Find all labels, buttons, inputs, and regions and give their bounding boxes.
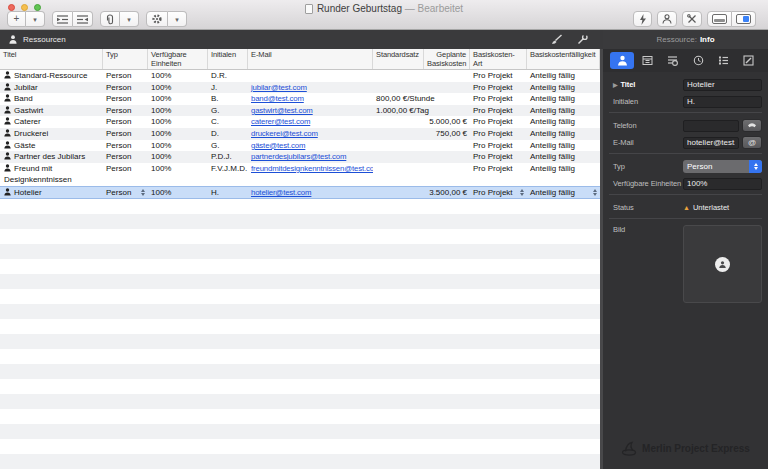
column-header[interactable]: Typ	[103, 49, 148, 69]
style-brush-button[interactable]	[551, 31, 563, 49]
cell-initialen[interactable]: H.	[208, 187, 248, 198]
cell-einheiten[interactable]: 100%	[148, 163, 208, 186]
table-row[interactable]: BandPerson100%B.band@test.com800,00 €/St…	[0, 93, 600, 105]
email-link[interactable]: freundmitdesignkenntnissen@test.com	[251, 164, 373, 173]
cell-email[interactable]: partnerdesjubilars@test.com	[248, 151, 373, 163]
cell-geplante-basiskosten[interactable]: 750,00 €	[424, 128, 470, 140]
cell-basiskostenfaelligkeit[interactable]: Anteilig fällig	[527, 70, 600, 82]
cell-typ[interactable]: Person	[103, 93, 148, 105]
email-link[interactable]: hotelier@test.com	[251, 188, 311, 197]
email-link[interactable]: jubilar@test.com	[251, 83, 307, 92]
cell-typ[interactable]: Person	[103, 116, 148, 128]
table-row[interactable]: JubilarPerson100%J.jubilar@test.comPro P…	[0, 82, 600, 94]
table-row[interactable]: Partner des JubilarsPerson100%P.D.J.part…	[0, 151, 600, 163]
cell-einheiten[interactable]: 100%	[148, 116, 208, 128]
cell-initialen[interactable]: D.	[208, 128, 248, 140]
add-button[interactable]: +	[7, 11, 26, 27]
cell-typ[interactable]: Person	[103, 128, 148, 140]
cell-email[interactable]: freundmitdesignkenntnissen@test.com	[248, 163, 373, 186]
titel-field[interactable]	[683, 79, 762, 91]
cell-basiskosten-art[interactable]: Pro Projekt	[470, 163, 527, 186]
add-dropdown-button[interactable]: ▾	[26, 11, 45, 27]
cell-email[interactable]: jubilar@test.com	[248, 82, 373, 94]
cell-initialen[interactable]: F.V.J.M.D.	[208, 163, 248, 186]
cell-geplante-basiskosten[interactable]: 3.500,00 €	[424, 187, 470, 198]
cell-einheiten[interactable]: 100%	[148, 82, 208, 94]
column-header[interactable]: Basiskosten-Art	[470, 49, 527, 69]
cell-basiskosten-art[interactable]: Pro Projekt	[470, 140, 527, 152]
cell-initialen[interactable]: P.D.J.	[208, 151, 248, 163]
cell-standardsatz[interactable]	[373, 140, 424, 152]
cell-typ[interactable]: Person	[103, 82, 148, 94]
table-row[interactable]: GästePerson100%G.gäste@test.comPro Proje…	[0, 140, 600, 152]
cell-typ[interactable]: Person	[103, 151, 148, 163]
email-link[interactable]: gastwirt@test.com	[251, 106, 313, 115]
cell-titel[interactable]: Freund mit Designkenntnissen	[0, 163, 103, 186]
indent-button[interactable]	[52, 11, 73, 27]
cell-basiskostenfaelligkeit[interactable]: Anteilig fällig	[527, 105, 600, 117]
tab-info[interactable]	[610, 52, 634, 69]
cell-titel[interactable]: Band	[0, 93, 103, 105]
cell-initialen[interactable]: J.	[208, 82, 248, 94]
cell-email[interactable]: gäste@test.com	[248, 140, 373, 152]
cell-basiskostenfaelligkeit[interactable]: Anteilig fällig	[527, 151, 600, 163]
cell-einheiten[interactable]: 100%	[148, 140, 208, 152]
cell-basiskosten-art[interactable]: Pro Projekt	[470, 82, 527, 94]
cell-initialen[interactable]: C.	[208, 116, 248, 128]
cell-basiskosten-art[interactable]: Pro Projekt	[470, 128, 527, 140]
table-row[interactable]: Freund mit DesignkenntnissenPerson100%F.…	[0, 163, 600, 186]
cell-standardsatz[interactable]	[373, 151, 424, 163]
email-link[interactable]: caterer@test.com	[251, 117, 310, 126]
cell-standardsatz[interactable]: 800,00 €/Stunde	[373, 93, 424, 105]
cell-titel[interactable]: Druckerei	[0, 128, 103, 140]
cell-geplante-basiskosten[interactable]: 5.000,00 €	[424, 116, 470, 128]
cell-basiskostenfaelligkeit[interactable]: Anteilig fällig	[527, 128, 600, 140]
cell-standardsatz[interactable]	[373, 187, 424, 198]
tab-felder[interactable]	[712, 52, 736, 69]
cell-einheiten[interactable]: 100%	[148, 187, 208, 198]
cell-basiskostenfaelligkeit[interactable]: Anteilig fällig	[527, 93, 600, 105]
cell-basiskostenfaelligkeit[interactable]: Anteilig fällig	[527, 82, 600, 94]
cell-titel[interactable]: Partner des Jubilars	[0, 151, 103, 163]
typ-popup[interactable]: Person	[683, 160, 762, 173]
cell-standardsatz[interactable]	[373, 82, 424, 94]
cell-initialen[interactable]: G.	[208, 140, 248, 152]
activities-button[interactable]	[633, 11, 652, 27]
cell-basiskostenfaelligkeit[interactable]: Anteilig fällig	[527, 140, 600, 152]
cell-titel[interactable]: Gäste	[0, 140, 103, 152]
email-link[interactable]: gäste@test.com	[251, 141, 305, 150]
table-row[interactable]: DruckereiPerson100%D.druckerei@test.com7…	[0, 128, 600, 140]
column-header[interactable]: Verfügbare Einheiten	[148, 49, 208, 69]
cell-email[interactable]: druckerei@test.com	[248, 128, 373, 140]
stepper-icon[interactable]	[593, 189, 597, 196]
attach-button[interactable]	[100, 11, 120, 27]
stepper-icon[interactable]	[141, 189, 145, 196]
cell-initialen[interactable]: B.	[208, 93, 248, 105]
tab-arbeitszeiten[interactable]	[635, 52, 659, 69]
cell-titel[interactable]: Standard-Ressource	[0, 70, 103, 82]
table-row[interactable]: HotelierPerson100%H.hotelier@test.com3.5…	[0, 186, 600, 199]
cell-typ[interactable]: Person	[103, 140, 148, 152]
cell-einheiten[interactable]: 100%	[148, 93, 208, 105]
call-button[interactable]	[742, 119, 762, 132]
settings-dropdown-button[interactable]: ▾	[168, 11, 187, 27]
toggle-inspector-button[interactable]	[732, 11, 756, 27]
cell-standardsatz[interactable]	[373, 128, 424, 140]
cell-geplante-basiskosten[interactable]	[424, 82, 470, 94]
cell-basiskosten-art[interactable]: Pro Projekt	[470, 151, 527, 163]
tab-auslastung[interactable]	[686, 52, 710, 69]
cell-standardsatz[interactable]	[373, 163, 424, 186]
column-header[interactable]: Standardsatz	[373, 49, 424, 69]
cell-basiskosten-art[interactable]: Pro Projekt	[470, 105, 527, 117]
email-link[interactable]: partnerdesjubilars@test.com	[251, 152, 346, 161]
einheiten-field[interactable]	[683, 178, 762, 190]
outdent-button[interactable]	[73, 11, 93, 27]
column-header[interactable]: E-Mail	[248, 49, 373, 69]
column-header[interactable]: Basiskostenfälligkeit	[527, 49, 600, 69]
cell-basiskostenfaelligkeit[interactable]: Anteilig fällig	[527, 163, 600, 186]
cell-einheiten[interactable]: 100%	[148, 128, 208, 140]
cell-typ[interactable]: Person	[103, 163, 148, 186]
cell-email[interactable]	[248, 70, 373, 82]
cell-basiskosten-art[interactable]: Pro Projekt	[470, 70, 527, 82]
cell-titel[interactable]: Jubilar	[0, 82, 103, 94]
